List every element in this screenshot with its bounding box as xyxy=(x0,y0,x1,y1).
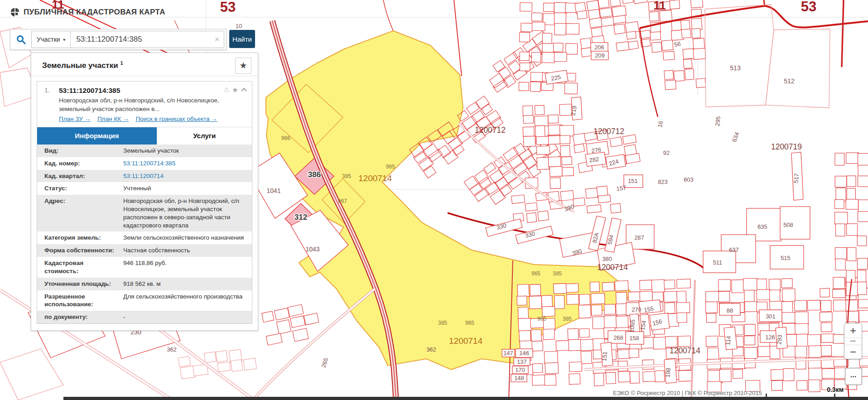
detail-label: Статус: xyxy=(37,182,119,195)
map-label: 287 xyxy=(634,234,644,241)
map-label: 1041 xyxy=(266,187,280,194)
map-label: 11 xyxy=(653,0,666,12)
map-more-button[interactable]: ••• xyxy=(845,368,862,385)
results-panel: Земельные участки 1 ★ 1. 53:11:1200714:3… xyxy=(31,53,258,331)
result-card-header[interactable]: 1. 53:11:1200714:385 ⚠ ★ xyxy=(37,82,252,95)
detail-value[interactable]: 53:11:1200714:385 xyxy=(119,157,252,170)
map-label: 967 xyxy=(338,198,347,204)
map-label: 635 xyxy=(757,223,767,230)
zoom-in-button[interactable]: + xyxy=(844,323,862,337)
map-label: 823 xyxy=(658,178,668,185)
results-panel-header: Земельные участки 1 ★ xyxy=(31,53,258,76)
map-label: 966 xyxy=(281,135,290,141)
detail-row: Категория земель:Земли сельскохозяйствен… xyxy=(37,231,252,244)
app-title: ПУБЛИЧНАЯ КАДАСТРОВАЯ КАРТА xyxy=(24,8,165,17)
map-label: 385 xyxy=(438,320,447,326)
map-label: 268 xyxy=(613,334,623,341)
map-label: 312 xyxy=(294,213,307,222)
detail-row: Кадастровая стоимость:946 118,86 руб. xyxy=(37,257,252,278)
star-icon[interactable]: ★ xyxy=(232,86,238,94)
detail-label: Разрешенное использование: xyxy=(37,290,119,311)
scale-label: 0.3км xyxy=(766,386,844,393)
detail-label: Форма собственности: xyxy=(37,244,119,257)
detail-value: Земли сельскохозяйственного назначения xyxy=(119,231,252,244)
result-link-1[interactable]: План КК → xyxy=(97,116,129,122)
detail-value: 946 118,86 руб. xyxy=(119,257,252,278)
detail-row: Кад. номер:53:11:1200714:385 xyxy=(37,157,252,170)
detail-value: Земельный участок xyxy=(119,145,252,157)
map-label: 1200714 xyxy=(670,346,700,355)
map-label: 513 xyxy=(730,64,741,72)
detail-label: по документу: xyxy=(37,311,119,323)
results-title: Земельные участки 1 xyxy=(42,61,123,70)
map-label: 56 xyxy=(674,40,681,48)
chevron-up-icon[interactable] xyxy=(241,87,247,92)
map-label: 634 xyxy=(731,131,741,143)
result-link-0[interactable]: План ЗУ → xyxy=(59,116,91,122)
detail-value[interactable]: 53:11:1200714 xyxy=(119,170,252,183)
detail-label: Вид: xyxy=(37,145,119,157)
favorites-button[interactable]: ★ xyxy=(235,58,251,74)
result-tabs: ИнформацияУслуги xyxy=(37,127,252,145)
map-label: 282 xyxy=(589,156,600,164)
result-card: 1. 53:11:1200714:385 ⚠ ★ Новгородская об… xyxy=(37,81,252,324)
map-label: 151 xyxy=(628,178,638,184)
map-label: 270 xyxy=(632,306,641,313)
map-label: 126 xyxy=(765,334,775,341)
detail-row: Форма собственности:Частная собственност… xyxy=(37,244,252,257)
search-input[interactable] xyxy=(71,35,210,44)
zoom-out-button[interactable]: − xyxy=(844,345,862,359)
map-label: 1043 xyxy=(305,246,319,253)
map-label: 276 xyxy=(591,146,602,154)
map-label: 293 xyxy=(776,334,783,345)
map-label: 385 xyxy=(553,270,562,277)
map-label: 1200712 xyxy=(475,125,506,135)
map-label: 380 xyxy=(602,255,612,262)
detail-label: Категория земель: xyxy=(37,231,119,244)
result-index: 1. xyxy=(44,87,58,94)
detail-row: Кад. квартал:53:11:1200714 xyxy=(37,170,252,183)
map-label: 1200714 xyxy=(449,336,482,346)
search-category-dropdown[interactable]: Участки ▾ xyxy=(32,31,71,48)
map-label: 1200712 xyxy=(593,127,624,136)
bottom-strip xyxy=(63,397,868,400)
map-label: 517 xyxy=(792,173,800,183)
map-label: 265 xyxy=(320,357,329,368)
detail-label: Кад. номер: xyxy=(37,157,119,170)
cadastral-map-app: 5353111112007121200712120071912007141200… xyxy=(0,0,868,400)
app-logo: ПУБЛИЧНАЯ КАДАСТРОВАЯ КАРТА xyxy=(10,7,165,17)
map-label: 965 xyxy=(531,270,540,277)
map-label: 362 xyxy=(426,346,436,353)
star-icon: ★ xyxy=(239,61,247,70)
detail-label: Уточненная площадь: xyxy=(37,278,119,290)
tab-информация[interactable]: Информация xyxy=(37,127,157,145)
detail-value: Для сельскохозяйственного производства xyxy=(119,290,252,311)
map-label: 148 xyxy=(514,375,524,381)
detail-row: Статус:Учтенный xyxy=(37,182,252,195)
map-label: 1200719 xyxy=(771,142,802,151)
map-label: 965 xyxy=(537,316,546,322)
map-label: 157 xyxy=(616,184,627,193)
rosreestr-logo-icon xyxy=(10,7,20,17)
result-cadastral-number: 53:11:1200714:385 xyxy=(59,87,246,95)
tab-услуги[interactable]: Услуги xyxy=(157,127,252,145)
detail-row: по документу:- xyxy=(37,311,252,323)
map-label: 146 xyxy=(519,350,529,357)
detail-value: - xyxy=(119,311,252,323)
map-label: 1200714 xyxy=(597,263,628,272)
result-link-2[interactable]: Поиск в границах объекта → xyxy=(135,116,217,122)
search-icon xyxy=(10,34,31,45)
warning-icon[interactable]: ⚠ xyxy=(223,86,229,94)
search-submit-button[interactable]: Найти xyxy=(229,30,255,48)
detail-value: 918 562 кв. м xyxy=(119,278,252,290)
map-label: 10 xyxy=(236,23,242,29)
search-field-group: Участки ▾ × xyxy=(31,31,224,48)
map-label: 603 xyxy=(684,176,694,183)
parcel-513-outline xyxy=(705,5,774,107)
details-table: Вид:Земельный участокКад. номер:53:11:12… xyxy=(37,145,252,323)
clear-search-icon[interactable]: × xyxy=(210,34,224,44)
zoom-options-button[interactable]: ••• xyxy=(844,337,862,345)
map-label: 385 xyxy=(342,173,351,179)
search-bar: Участки ▾ × xyxy=(10,29,227,50)
map-label: 147 xyxy=(503,350,513,357)
